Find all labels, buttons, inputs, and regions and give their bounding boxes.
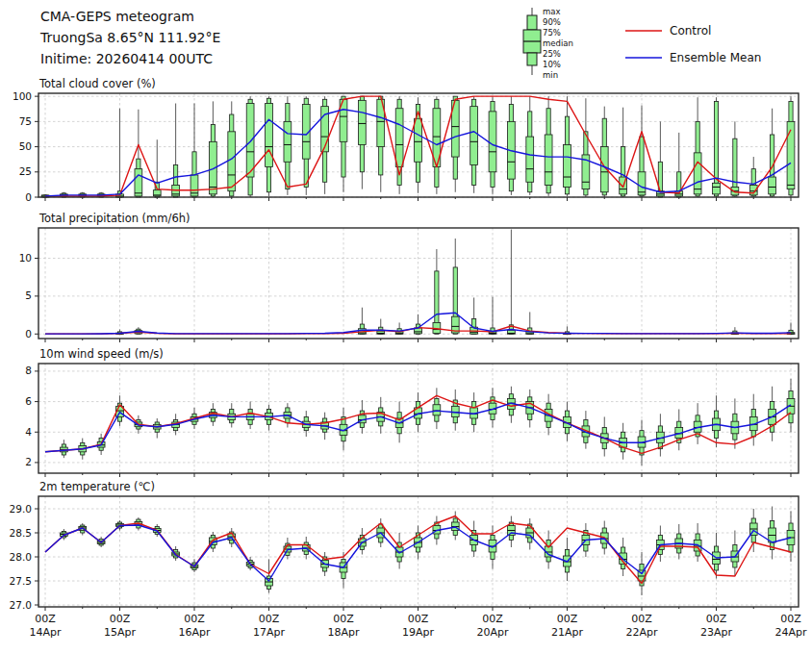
legend-label-10: 10% [543, 60, 573, 70]
boxplot-legend-labels: max 90% 75% median 25% 10% min [543, 7, 573, 81]
panel-title-precipitation: Total precipitation (mm/6h) [39, 212, 190, 225]
legend-ensemble-mean-label: Ensemble Mean [670, 51, 761, 64]
x-label-hour: 00Z [631, 613, 652, 625]
box-25-75 [358, 100, 366, 144]
x-label-hour: 00Z [259, 613, 280, 625]
legend-box-10-90-top [527, 15, 537, 30]
box-25-75 [433, 405, 441, 415]
x-label-hour: 00Z [333, 613, 354, 625]
legend-label-90: 90% [543, 17, 573, 28]
y-tick-label: 29.0 [10, 503, 32, 515]
y-tick-label: 28.5 [10, 527, 32, 539]
x-label-day: 21Apr [551, 626, 584, 639]
x-label-hour: 00Z [35, 613, 56, 625]
x-label-hour: 00Z [184, 613, 205, 625]
panel-title-wind-speed: 10m wind speed (m/s) [39, 347, 164, 361]
box-25-75 [470, 107, 478, 165]
box-25-75 [545, 135, 552, 185]
meteogram-page: 02550751000510246827.027.528.028.529.000… [0, 0, 812, 654]
box-25-75 [246, 103, 254, 177]
legend-box-10-90-bottom [527, 53, 537, 65]
y-tick-label: 4 [25, 426, 32, 438]
box-10-90 [714, 101, 718, 196]
x-label-day: 22Apr [625, 626, 658, 639]
y-tick-label: 2 [25, 456, 32, 467]
x-label-day: 17Apr [253, 626, 286, 639]
box-25-75 [769, 177, 776, 194]
y-tick-label: 50 [19, 140, 32, 152]
box-25-75 [694, 153, 701, 194]
panel-title-cloud-cover: Total cloud cover (%) [39, 77, 156, 90]
x-label-day: 16Apr [178, 626, 211, 639]
y-tick-label: 8 [25, 365, 32, 376]
box-25-75 [526, 137, 534, 182]
y-tick-label: 27.0 [10, 599, 32, 611]
y-tick-label: 10 [19, 252, 32, 264]
y-tick-label: 75 [19, 115, 32, 127]
box-25-75 [228, 132, 236, 191]
x-label-day: 14Apr [29, 626, 62, 639]
legend-label-min: min [543, 70, 573, 81]
x-label-hour: 00Z [780, 613, 801, 625]
box-25-75 [135, 169, 142, 196]
box-25-75 [713, 183, 721, 194]
box-25-75 [266, 103, 273, 166]
box-25-75 [415, 118, 422, 162]
box-25-75 [787, 121, 795, 189]
box-25-75 [489, 112, 496, 172]
box-25-75 [395, 109, 403, 167]
page-title: CMA-GEPS meteogram [40, 6, 220, 27]
x-label-hour: 00Z [408, 613, 429, 625]
x-label-hour: 00Z [110, 613, 131, 625]
x-label-hour: 00Z [482, 613, 503, 625]
y-tick-label: 28.0 [10, 551, 32, 563]
x-label-day: 20Apr [476, 626, 509, 639]
panel-title-temperature: 2m temperature (℃) [39, 480, 155, 493]
init-time: Initime: 20260414 00UTC [40, 48, 220, 69]
y-tick-label: 27.5 [10, 575, 32, 587]
legend-control-label: Control [670, 24, 711, 38]
box-25-75 [284, 121, 292, 162]
station-coordinates: TruongSa 8.65°N 111.92°E [40, 27, 220, 48]
y-tick-label: 25 [19, 165, 32, 177]
x-label-day: 18Apr [327, 626, 360, 639]
x-label-day: 19Apr [402, 626, 435, 639]
box-25-75 [564, 144, 571, 187]
y-tick-label: 0 [25, 328, 32, 340]
legend-label-max: max [543, 7, 573, 17]
y-tick-label: 5 [25, 289, 32, 301]
y-tick-label: 100 [13, 90, 32, 102]
x-label-hour: 00Z [706, 613, 727, 625]
x-label-day: 23Apr [700, 626, 733, 639]
legend-label-25: 25% [543, 49, 573, 60]
legend-label-median: median [543, 38, 573, 49]
header-block: CMA-GEPS meteogram TruongSa 8.65°N 111.9… [40, 6, 220, 69]
y-tick-label: 0 [25, 191, 32, 203]
x-label-hour: 00Z [557, 613, 578, 625]
x-label-day: 15Apr [104, 626, 137, 639]
y-tick-label: 6 [25, 395, 32, 407]
x-label-day: 24Apr [774, 626, 807, 639]
meteogram-canvas: 02550751000510246827.027.528.028.529.000… [0, 0, 812, 654]
legend-label-75: 75% [543, 28, 573, 38]
